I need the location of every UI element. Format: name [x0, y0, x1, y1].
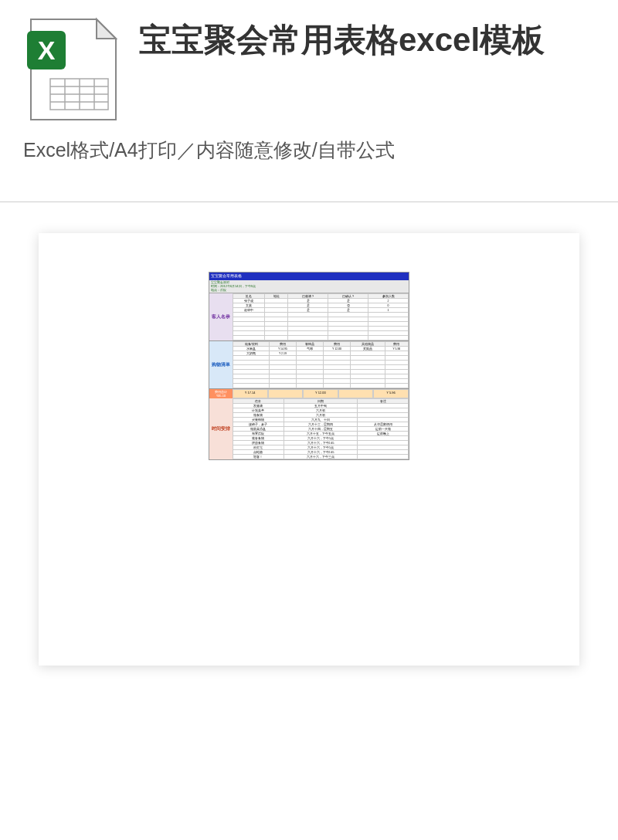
- cell: [288, 336, 328, 340]
- cell: [358, 455, 409, 459]
- cell: [233, 336, 265, 340]
- schedule-table: 任务日期备注发邀请五月中旬计划菜单六月初做食物六月初买装饰物六月九、十日接椅子，…: [233, 398, 409, 459]
- cell: [265, 336, 288, 340]
- total-cells: ¥ 17.14¥ 12.00¥ 5.96: [233, 389, 409, 398]
- cell: [270, 384, 297, 388]
- page-subtitle: Excel格式/A4打印／内容随意修改/自带公式: [0, 131, 618, 186]
- total-cell: [338, 389, 374, 398]
- cell: [328, 336, 368, 340]
- spreadsheet: 宝宝聚会常用表格 宝宝聚会派对 时间：2012年6月14日，下午3点 地点：后院…: [209, 272, 409, 460]
- template-preview: 宝宝聚会常用表格 宝宝聚会派对 时间：2012年6月14日，下午3点 地点：后院…: [39, 233, 579, 666]
- excel-file-icon: X: [23, 15, 124, 124]
- divider: [0, 202, 618, 202]
- page-title: 宝宝聚会常用表格excel模板: [139, 19, 545, 62]
- shopping-label: 购物清单: [209, 341, 233, 388]
- sheet-meta: 宝宝聚会派对 时间：2012年6月14日，下午3点 地点：后院: [209, 280, 409, 293]
- cell: [296, 384, 323, 388]
- schedule-label: 时间安排: [209, 398, 233, 459]
- cell: [368, 336, 409, 340]
- cell: 六月十六，下午三点: [284, 455, 357, 459]
- cell: [385, 384, 408, 388]
- cell: [324, 384, 351, 388]
- shopping-section: 购物清单 储食/饮料费用装饰品费用其他物品费用水果盘¥ 14.95气球¥ 12.…: [209, 341, 409, 389]
- guests-table: 姓名地址已邀请？已确认？参加人数张子成是是2文英是否0赵华中是是1: [233, 293, 409, 340]
- page-header: X 宝宝聚会常用表格excel模板: [0, 0, 618, 131]
- svg-text:X: X: [38, 36, 56, 65]
- total-cell: ¥ 12.00: [303, 389, 338, 398]
- total-label: 费用总计 ¥35.10: [209, 389, 233, 398]
- total-cell: ¥ 17.14: [233, 389, 268, 398]
- total-cell: [268, 389, 304, 398]
- schedule-section: 时间安排 任务日期备注发邀请五月中旬计划菜单六月初做食物六月初买装饰物六月九、十…: [209, 398, 409, 459]
- cell: [351, 384, 385, 388]
- sheet-banner: 宝宝聚会常用表格: [209, 273, 409, 280]
- meta-place: 地点：后院: [211, 289, 407, 293]
- shopping-table: 储食/饮料费用装饰品费用其他物品费用水果盘¥ 14.95气球¥ 12.00奖励品…: [233, 341, 409, 388]
- cell: 迎客！: [233, 455, 284, 459]
- guests-section: 客人名录 姓名地址已邀请？已确认？参加人数张子成是是2文英是否0赵华中是是1: [209, 293, 409, 341]
- cell: [233, 384, 270, 388]
- totals-row: 费用总计 ¥35.10 ¥ 17.14¥ 12.00¥ 5.96: [209, 389, 409, 398]
- total-cell: ¥ 5.96: [373, 389, 409, 398]
- guests-label: 客人名录: [209, 293, 233, 340]
